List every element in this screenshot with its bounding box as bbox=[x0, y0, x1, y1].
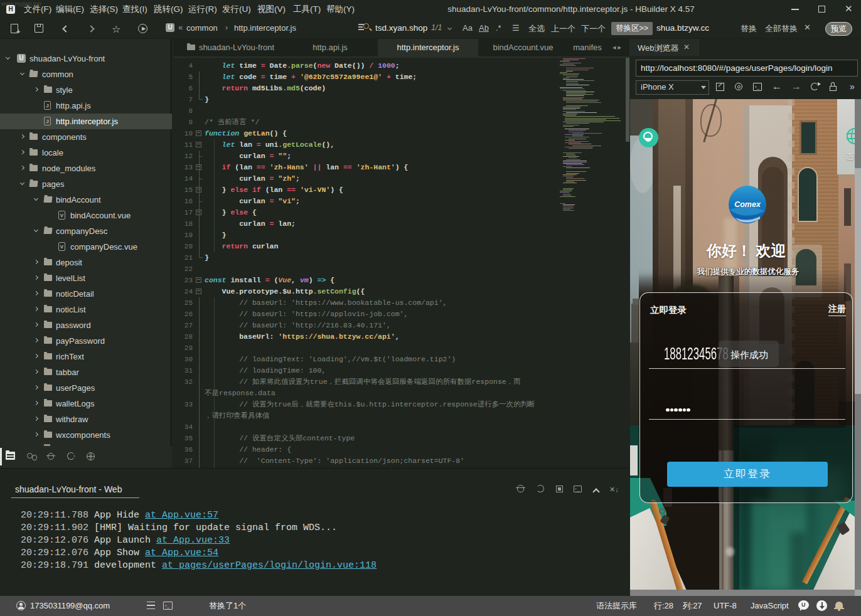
svg-text:Comex: Comex bbox=[734, 200, 761, 209]
